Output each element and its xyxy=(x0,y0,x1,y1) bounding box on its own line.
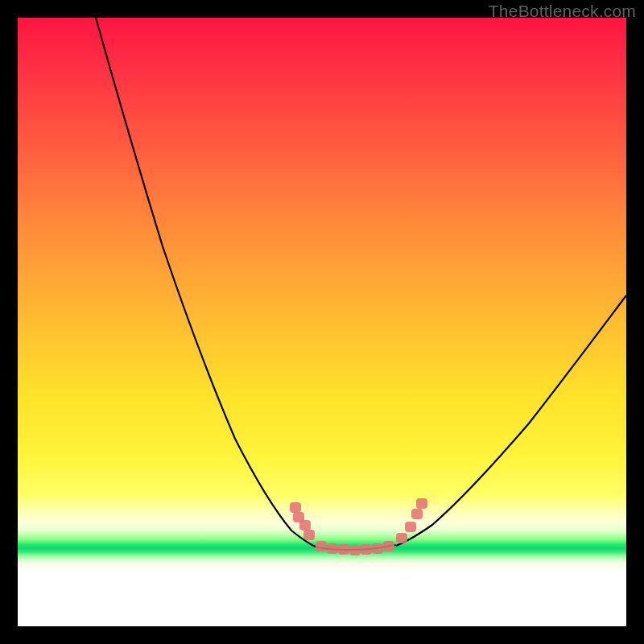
marker-pair-left-lower xyxy=(299,520,315,540)
marker-bottom-6 xyxy=(372,543,383,554)
chart-curve-layer xyxy=(18,18,626,626)
svg-rect-4 xyxy=(411,509,423,519)
svg-rect-0 xyxy=(290,502,301,513)
marker-bottom-4 xyxy=(349,545,361,555)
curve-left xyxy=(96,18,316,547)
marker-bottom-2 xyxy=(327,543,338,554)
curve-right xyxy=(396,295,626,546)
marker-right-1 xyxy=(396,533,407,543)
marker-pair-left-upper xyxy=(290,502,304,522)
marker-pair-right-upper xyxy=(411,498,427,519)
svg-rect-5 xyxy=(416,498,427,509)
chart-frame: TheBottleneck.com xyxy=(0,0,644,644)
watermark-text: TheBottleneck.com xyxy=(489,2,636,21)
marker-bottom-7 xyxy=(383,541,394,551)
svg-rect-2 xyxy=(299,520,311,530)
marker-bottom-1 xyxy=(316,541,327,551)
marker-right-2 xyxy=(405,522,416,532)
chart-plot-area xyxy=(18,18,626,626)
marker-bottom-3 xyxy=(338,544,349,555)
marker-bottom-5 xyxy=(361,544,372,555)
svg-rect-3 xyxy=(303,530,315,540)
